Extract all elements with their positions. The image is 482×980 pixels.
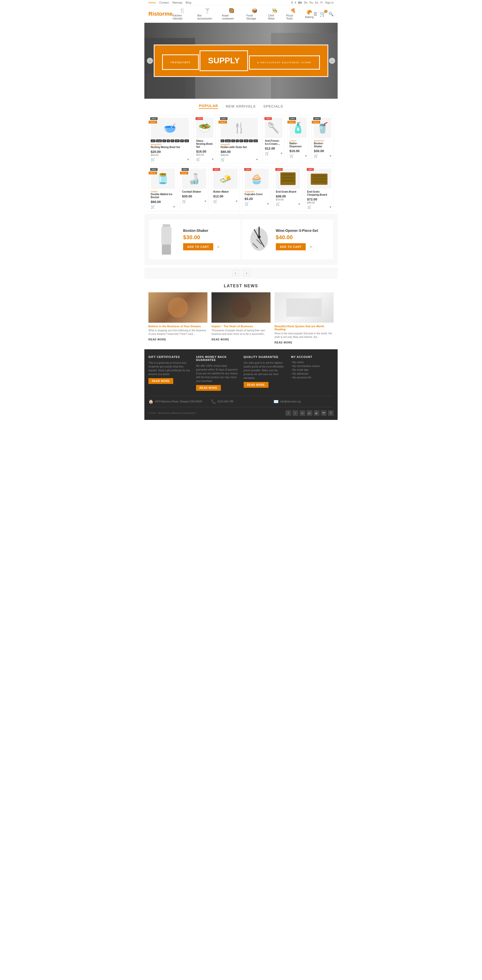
social-linkedin[interactable]: in xyxy=(300,410,305,416)
product-old-price: $90.00 xyxy=(307,201,332,204)
social-youtube[interactable]: ▶ xyxy=(314,410,319,416)
wishlist-button[interactable]: ♥ xyxy=(330,205,331,209)
add-to-cart-small[interactable]: 🛒 xyxy=(289,154,294,158)
tab-popular[interactable]: POPULAR xyxy=(199,104,218,109)
currency-euro[interactable]: € xyxy=(295,1,296,4)
footer-personal-info[interactable]: My personal info xyxy=(291,376,334,379)
footer-merchandise-returns[interactable]: My merchandise returns xyxy=(291,365,334,368)
wishlist-button[interactable]: ♥ xyxy=(298,202,300,206)
svg-rect-4 xyxy=(147,73,185,99)
add-to-cart-small[interactable]: 🛒 xyxy=(307,205,311,209)
lang-de[interactable]: De xyxy=(304,1,308,4)
nav-home[interactable]: Home xyxy=(148,1,156,4)
add-to-cart-small[interactable]: 🛒 xyxy=(151,205,155,209)
wishlist-button[interactable]: ♥ xyxy=(305,154,307,158)
add-to-cart-small[interactable]: 🛒 xyxy=(151,158,155,161)
hero-next-button[interactable]: › xyxy=(329,58,335,64)
footer: GIFT CERTIFICATES This is a great way to… xyxy=(144,349,338,420)
svg-rect-11 xyxy=(312,178,327,180)
product-cocktail-shaker: NEW SALE! 🍶 Cocktail-Shaker $30.00 🛒 ♥ xyxy=(180,166,209,212)
hero-prev-button[interactable]: ‹ xyxy=(147,58,153,64)
products-grid: NEW SALE! 🥣 167days11hr37min47sec BergHO… xyxy=(144,115,338,212)
lang-fr[interactable]: Fr xyxy=(321,1,323,4)
menu-icon[interactable]: ☰ xyxy=(314,12,317,16)
footer-read-more-1[interactable]: READ MORE xyxy=(148,378,173,384)
nav-asain-cookware[interactable]: 🥘 Asain cookware xyxy=(222,8,241,20)
address-icon: 🏠 xyxy=(148,399,153,404)
social-pinterest[interactable]: P xyxy=(328,410,334,416)
product-price: $12.00 xyxy=(265,146,282,150)
nav-chef-wear[interactable]: 👨‍🍳 Chef Wear xyxy=(268,8,281,20)
wishlist-button[interactable]: ♥ xyxy=(330,154,331,158)
social-googleplus[interactable]: g+ xyxy=(307,410,312,416)
news-read-more-1[interactable]: READ MORE xyxy=(148,338,166,341)
wishlist-button[interactable]: ♥ xyxy=(256,158,258,161)
wishlist-button[interactable]: ♥ xyxy=(212,158,214,161)
news-card-2: Impact – The Heart of Business Thousands… xyxy=(211,292,271,344)
new-badge: NEW xyxy=(150,168,158,171)
featured-prev-button[interactable]: ‹ xyxy=(233,270,239,276)
footer-credit-slips[interactable]: My credit slips xyxy=(291,369,334,371)
product-price: $30.00 xyxy=(314,149,331,153)
wishlist-button[interactable]: ♥ xyxy=(204,199,206,203)
add-to-cart-small[interactable]: 🛒 xyxy=(314,154,318,158)
add-to-cart-small[interactable]: 🛒 xyxy=(245,202,249,206)
nav-baking[interactable]: 🥐 Baking xyxy=(305,10,314,19)
tab-specials[interactable]: SPECIALS xyxy=(263,104,283,108)
wishlist-button[interactable]: ♥ xyxy=(281,152,282,155)
social-facebook[interactable]: f xyxy=(286,410,291,416)
add-to-cart-small[interactable]: 🛒 xyxy=(196,157,200,161)
nav-blog[interactable]: Blog xyxy=(186,1,191,4)
nav-bar-accessories[interactable]: 🍸 Bar accessories xyxy=(197,8,217,20)
discount-badge: -20% xyxy=(275,168,282,171)
discount-badge: -20% xyxy=(307,168,314,171)
search-icon[interactable]: 🔍 xyxy=(329,12,334,16)
add-to-cart-small[interactable]: 🛒 xyxy=(220,158,225,161)
nav-sitemap[interactable]: Sitemap xyxy=(172,1,182,4)
nav-kitchen-utensils[interactable]: 🍴 Kitchen Utensils xyxy=(172,8,192,20)
nav-food-storage[interactable]: 📦 Food Storage xyxy=(246,8,263,20)
svg-rect-14 xyxy=(161,227,171,245)
news-read-more-2[interactable]: READ MORE xyxy=(211,338,229,341)
product-image: 🥄 xyxy=(265,118,282,138)
featured-next-button[interactable]: › xyxy=(244,270,250,276)
lang-en[interactable]: En xyxy=(298,1,302,4)
add-to-cart-button-1[interactable]: ADD TO CART xyxy=(183,243,213,250)
add-to-cart-small[interactable]: 🛒 xyxy=(265,151,269,155)
product-price: $10.00 xyxy=(289,149,307,153)
footer-addresses[interactable]: My addresses xyxy=(291,372,334,375)
signin-link[interactable]: Sign in xyxy=(325,1,334,4)
social-instagram[interactable]: 📷 xyxy=(321,410,327,416)
add-to-cart-small[interactable]: 🛒 xyxy=(182,199,187,203)
lang-ru[interactable]: Ru xyxy=(310,1,313,4)
product-brand: KitcheAid xyxy=(314,140,331,142)
add-to-cart-small[interactable]: 🛒 xyxy=(276,202,280,206)
tab-new-arrivals[interactable]: NEW ARRIVALS xyxy=(226,104,256,108)
nav-pizza-tools[interactable]: 🍕 Pizza Tools xyxy=(286,8,300,20)
logo[interactable]: Ristorme xyxy=(148,11,172,17)
hero-content: restaurant SUPPLY & RESTAURANT EQUIPMENT… xyxy=(154,45,328,77)
featured-wishlist-icon[interactable]: ≡ xyxy=(217,245,219,249)
product-name: Holder-with-Tools-Set xyxy=(220,146,258,149)
nav-contact[interactable]: Contact xyxy=(159,1,169,4)
product-end-grain-board: NEW -20% End-Grain-Board $48.00 $70.00 🛒… xyxy=(273,166,302,212)
footer-contact: 🏠 4578 Marmora Road, Glasgow D04 89GR 📞 … xyxy=(148,396,334,404)
footer-read-more-3[interactable]: READ MORE xyxy=(244,382,268,388)
footer-read-more-2[interactable]: READ MORE xyxy=(196,385,221,391)
footer-my-orders[interactable]: My orders xyxy=(291,361,334,364)
news-read-more-3[interactable]: READ MORE xyxy=(275,341,292,344)
wishlist-button[interactable]: ♥ xyxy=(267,202,269,205)
product-actions: 🛒 ♥ xyxy=(276,202,300,206)
sale-badge: SALE! xyxy=(312,121,320,124)
featured-wishlist-icon-2[interactable]: ≡ xyxy=(310,245,312,249)
wishlist-button[interactable]: ♥ xyxy=(173,205,175,208)
wishlist-button[interactable]: ♥ xyxy=(236,199,237,203)
social-twitter[interactable]: t xyxy=(292,410,298,416)
currency-dollar[interactable]: $ xyxy=(291,1,293,4)
wishlist-button[interactable]: ♥ xyxy=(187,158,189,161)
food-storage-icon: 📦 xyxy=(252,8,257,13)
product-brand: Kaasnoff xyxy=(220,143,258,146)
add-to-cart-small[interactable]: 🛒 xyxy=(213,199,217,203)
add-to-cart-button-2[interactable]: ADD TO CART xyxy=(276,243,306,250)
lang-es[interactable]: Es xyxy=(315,1,318,4)
